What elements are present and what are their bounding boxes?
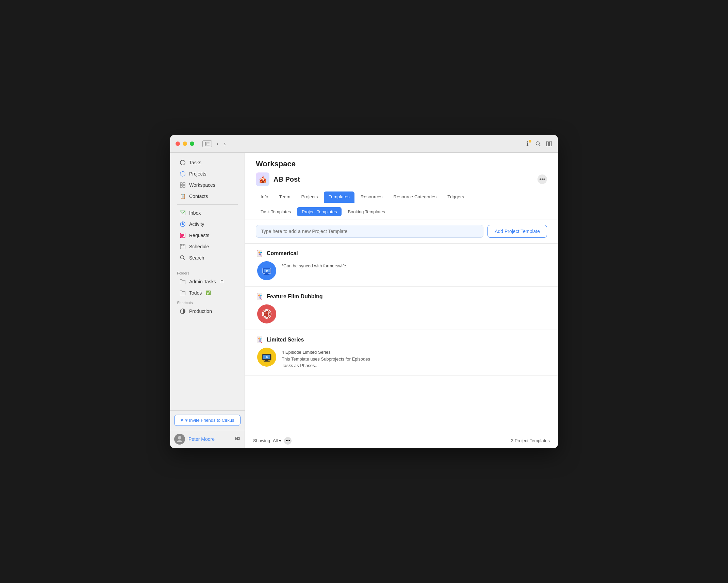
sub-tab-task-templates[interactable]: Task Templates xyxy=(256,207,296,216)
info-icon[interactable]: ℹ xyxy=(524,140,531,147)
workspaces-icon xyxy=(180,182,186,188)
user-name[interactable]: Peter Moore xyxy=(188,436,215,442)
template-item: 🃏 Commerical xyxy=(245,244,558,287)
svg-rect-13 xyxy=(183,185,185,187)
template-name[interactable]: Commerical xyxy=(267,250,298,256)
sidebar-item-requests[interactable]: Requests xyxy=(173,230,242,241)
bottom-bar: Showing All ▾ ••• 3 Project Templates xyxy=(245,433,558,448)
nav-forward-button[interactable]: › xyxy=(222,140,228,148)
template-type-icon: 🃏 xyxy=(256,293,263,300)
add-template-input[interactable] xyxy=(256,225,483,238)
folder-icon xyxy=(180,279,186,285)
template-thumbnail xyxy=(257,348,276,367)
workspace-header: 🎪 AB Post ••• xyxy=(256,172,547,186)
sidebar-item-projects[interactable]: Projects xyxy=(173,168,242,179)
svg-rect-11 xyxy=(183,183,185,185)
sidebar-item-workspaces[interactable]: Workspaces xyxy=(173,180,242,190)
template-item: 🃏 Limited Series xyxy=(245,330,558,376)
svg-rect-10 xyxy=(180,183,182,185)
svg-point-34 xyxy=(238,438,239,439)
heart-icon: ♥ xyxy=(181,418,183,423)
sidebar-item-label: Todos xyxy=(189,290,202,296)
filter-options-button[interactable]: ••• xyxy=(284,437,292,445)
template-desc-line3: Tasks as Phases... xyxy=(282,363,318,368)
schedule-icon xyxy=(180,244,186,250)
sub-tab-project-templates[interactable]: Project Templates xyxy=(297,207,342,216)
sidebar-nav: Tasks Projects xyxy=(170,153,245,410)
folder-todos-icon xyxy=(180,290,186,296)
tab-resources[interactable]: Resources xyxy=(356,191,387,203)
svg-rect-2 xyxy=(207,144,210,144)
template-header: 🃏 Limited Series xyxy=(256,336,547,344)
workspace-name: AB Post xyxy=(274,176,533,183)
sidebar-item-label: Inbox xyxy=(189,210,201,216)
tab-info[interactable]: Info xyxy=(256,191,273,203)
svg-point-9 xyxy=(180,171,185,176)
template-list: 🃏 Commerical xyxy=(245,244,558,433)
sidebar-item-admin-tasks[interactable]: Admin Tasks 🗒 xyxy=(173,276,242,287)
nav-arrows: ‹ › xyxy=(215,140,228,148)
sidebar-item-label: Contacts xyxy=(189,194,208,199)
close-button[interactable] xyxy=(176,141,180,146)
tabs-row: Info Team Projects Templates Resources R… xyxy=(256,191,547,203)
filter-dropdown[interactable]: All ▾ xyxy=(273,438,281,443)
template-header: 🃏 Feature Film Dubbing xyxy=(256,293,547,300)
app-window: ‹ › ℹ xyxy=(170,135,558,448)
inbox-icon xyxy=(180,210,186,216)
template-desc-line1: 4 Episode Limited Series xyxy=(282,350,331,355)
nav-back-button[interactable]: ‹ xyxy=(215,140,220,148)
sub-tabs-row: Task Templates Project Templates Booking… xyxy=(245,203,558,219)
sidebar-item-schedule[interactable]: Schedule xyxy=(173,241,242,252)
template-item: 🃏 Feature Film Dubbing xyxy=(245,287,558,330)
sidebar-item-tasks[interactable]: Tasks xyxy=(173,157,242,168)
settings-icon[interactable] xyxy=(234,435,241,443)
tab-templates[interactable]: Templates xyxy=(324,191,354,203)
search-icon[interactable] xyxy=(535,140,542,147)
template-count: 3 Project Templates xyxy=(511,438,550,443)
activity-icon xyxy=(180,221,186,227)
sidebar-divider xyxy=(177,204,238,205)
template-description: 4 Episode Limited Series This Template u… xyxy=(282,348,370,369)
sidebar-item-label: Activity xyxy=(189,221,204,227)
invite-friends-button[interactable]: ♥ ♥ Invite Friends to Cirkus xyxy=(174,415,241,426)
sidebar: Tasks Projects xyxy=(170,153,245,448)
svg-rect-6 xyxy=(546,141,548,146)
template-body xyxy=(256,304,547,323)
page-title: Workspace xyxy=(256,160,547,168)
sidebar-item-label: Workspaces xyxy=(189,182,215,188)
sub-tab-booking-templates[interactable]: Booking Templates xyxy=(343,207,390,216)
sidebar-item-activity[interactable]: Activity xyxy=(173,219,242,230)
add-project-template-button[interactable]: Add Project Template xyxy=(487,225,547,238)
sidebar-item-label: Search xyxy=(189,255,204,261)
template-name[interactable]: Feature Film Dubbing xyxy=(267,294,322,300)
tab-projects[interactable]: Projects xyxy=(297,191,323,203)
svg-rect-22 xyxy=(180,244,185,249)
sidebar-toggle[interactable] xyxy=(202,140,212,147)
svg-rect-47 xyxy=(265,360,268,361)
minimize-button[interactable] xyxy=(183,141,187,146)
sidebar-item-production[interactable]: Production xyxy=(173,306,242,317)
sidebar-item-inbox[interactable]: Inbox xyxy=(173,207,242,218)
svg-line-5 xyxy=(539,145,541,146)
user-row: Peter Moore xyxy=(170,430,245,448)
main-layout: Tasks Projects xyxy=(170,153,558,448)
split-view-icon[interactable] xyxy=(546,140,552,147)
tab-resource-categories[interactable]: Resource Categories xyxy=(388,191,441,203)
sidebar-item-label: Admin Tasks xyxy=(189,279,216,284)
todos-suffix: ✅ xyxy=(206,290,211,295)
production-icon xyxy=(180,308,186,314)
svg-point-40 xyxy=(266,270,268,272)
content-header: Workspace 🎪 AB Post ••• Info Team Projec… xyxy=(245,153,558,203)
tab-team[interactable]: Team xyxy=(275,191,295,203)
sidebar-item-contacts[interactable]: 📋 Contacts xyxy=(173,191,242,202)
sidebar-item-todos[interactable]: Todos ✅ xyxy=(173,287,242,298)
template-name[interactable]: Limited Series xyxy=(267,337,304,343)
tab-triggers[interactable]: Triggers xyxy=(443,191,469,203)
svg-rect-48 xyxy=(264,361,270,362)
sidebar-invite-section: ♥ ♥ Invite Friends to Cirkus xyxy=(170,410,245,430)
more-options-button[interactable]: ••• xyxy=(537,174,547,184)
sidebar-item-search[interactable]: Search xyxy=(173,252,242,263)
svg-line-27 xyxy=(184,259,185,260)
search-sidebar-icon xyxy=(180,255,186,261)
maximize-button[interactable] xyxy=(190,141,194,146)
